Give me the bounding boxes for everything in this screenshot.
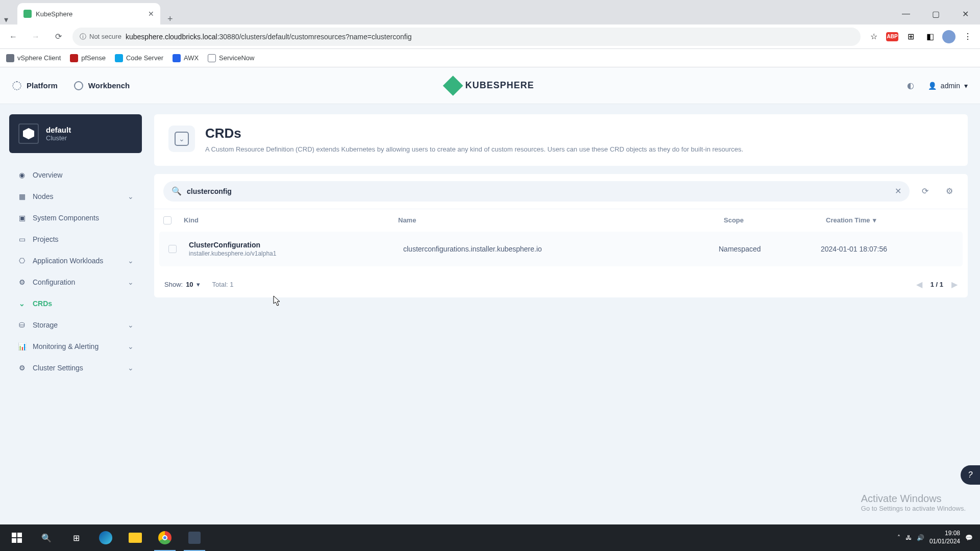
bookmark-label: pfSense	[81, 54, 106, 62]
table-footer: Show: 10 ▾ Total: 1 ◀ 1 / 1 ▶	[154, 271, 968, 297]
table-row[interactable]: ClusterConfigurationinstaller.kubesphere…	[159, 232, 963, 266]
bookmark-awx[interactable]: AWX	[173, 54, 199, 62]
forward-button[interactable]: →	[28, 29, 44, 45]
column-name[interactable]: Name	[398, 216, 724, 224]
select-all-checkbox[interactable]	[163, 216, 172, 224]
settings-button[interactable]: ⚙	[940, 182, 959, 201]
sidebar-item-nodes[interactable]: ▦Nodes⌄	[9, 186, 142, 207]
notifications-icon[interactable]: 💬	[965, 534, 973, 541]
cluster-selector[interactable]: default Cluster	[9, 114, 142, 153]
bookmark-pfsense[interactable]: pfSense	[70, 54, 106, 62]
table-header: Kind Name Scope Creation Time ▾	[154, 209, 968, 232]
search-box[interactable]: 🔍 ✕	[163, 181, 910, 202]
chevron-down-icon: ⌄	[128, 257, 134, 265]
nav-icon: ▦	[17, 192, 27, 201]
windows-watermark: Activate Windows Go to Settings to activ…	[861, 493, 966, 512]
user-name: admin	[941, 82, 960, 90]
announcement-icon[interactable]: ◐	[903, 79, 918, 93]
url-field[interactable]: ⓘ Not secure kubesphere.cloudbricks.loca…	[72, 28, 861, 46]
task-view-button[interactable]: ⊞	[61, 524, 91, 551]
nav-label: Monitoring & Alerting	[33, 342, 99, 350]
network-icon[interactable]: 🖧	[905, 534, 912, 541]
search-taskbar-button[interactable]: 🔍	[32, 524, 61, 551]
chevron-down-icon: ⌄	[128, 278, 134, 286]
explorer-taskbar-icon[interactable]	[120, 524, 150, 551]
help-fab-button[interactable]: ?	[961, 465, 980, 485]
crd-table-card: 🔍 ✕ ⟳ ⚙ Kind Name Scope Creation Time ▾ …	[154, 174, 968, 297]
kubesphere-logo[interactable]: KUBESPHERE	[446, 79, 534, 93]
pagination: ◀ 1 / 1 ▶	[916, 280, 958, 289]
system-tray: ˄ 🖧 🔊 19:08 01/01/2024 💬	[897, 530, 978, 545]
nav-icon: ⚙	[17, 363, 27, 372]
content-area: ⌄ CRDs A Custom Resource Definition (CRD…	[151, 104, 980, 524]
cluster-icon	[18, 123, 39, 144]
chrome-taskbar-icon[interactable]	[150, 524, 180, 551]
start-button[interactable]	[2, 524, 32, 551]
reload-button[interactable]: ⟳	[50, 29, 66, 45]
platform-button[interactable]: Platform	[12, 81, 58, 90]
nav-label: Storage	[33, 321, 58, 329]
sidebar-item-configuration[interactable]: ⚙Configuration⌄	[9, 271, 142, 293]
new-tab-button[interactable]: +	[160, 14, 180, 24]
user-menu[interactable]: 👤 admin ▾	[928, 82, 968, 90]
bookmark-codeserver[interactable]: Code Server	[115, 54, 163, 62]
security-indicator[interactable]: ⓘ Not secure	[80, 32, 121, 41]
sidebar-item-storage[interactable]: ⛁Storage⌄	[9, 314, 142, 336]
sidebar-item-projects[interactable]: ▭Projects	[9, 229, 142, 250]
page-indicator: 1 / 1	[930, 281, 943, 288]
logo-cube-icon	[443, 76, 463, 96]
sidebar-item-monitoring-alerting[interactable]: 📊Monitoring & Alerting⌄	[9, 336, 142, 357]
url-text: kubesphere.cloudbricks.local:30880/clust…	[126, 33, 412, 41]
sidebar-item-crds[interactable]: ⌄CRDs	[9, 293, 142, 314]
profile-icon[interactable]	[942, 30, 955, 43]
search-icon: 🔍	[172, 186, 182, 196]
extensions-icon[interactable]: ⊞	[903, 30, 918, 44]
nav-icon: 📊	[17, 342, 27, 351]
close-tab-icon[interactable]: ✕	[148, 10, 154, 18]
browser-tab[interactable]: KubeSphere ✕	[17, 3, 160, 24]
close-window-button[interactable]: ✕	[950, 3, 980, 24]
maximize-button[interactable]: ▢	[921, 3, 950, 24]
page-size-selector[interactable]: Show: 10 ▾	[164, 281, 200, 288]
nav-label: CRDs	[33, 299, 52, 308]
row-checkbox[interactable]	[168, 245, 177, 253]
back-button[interactable]: ←	[5, 29, 21, 45]
app-header: Platform Workbench KUBESPHERE ◐ 👤 admin …	[0, 67, 980, 104]
chevron-down-icon: ⌄	[128, 321, 134, 329]
bookmark-star-icon[interactable]: ☆	[867, 30, 881, 44]
prev-page-button[interactable]: ◀	[916, 280, 922, 289]
clear-search-icon[interactable]: ✕	[895, 186, 901, 196]
app-taskbar-icon[interactable]	[180, 524, 209, 551]
chrome-menu-icon[interactable]: ⋮	[961, 30, 975, 44]
volume-icon[interactable]: 🔊	[917, 534, 924, 541]
column-scope[interactable]: Scope	[724, 216, 826, 224]
show-value: 10	[186, 281, 193, 288]
svg-rect-1	[17, 533, 22, 537]
taskbar-clock[interactable]: 19:08 01/01/2024	[929, 530, 960, 545]
sidepanel-icon[interactable]: ◧	[923, 30, 937, 44]
adblock-extension-icon[interactable]: ABP	[886, 32, 898, 41]
column-creation-time[interactable]: Creation Time ▾	[826, 216, 959, 224]
row-kind-title: ClusterConfiguration	[189, 241, 403, 249]
workbench-button[interactable]: Workbench	[74, 81, 130, 90]
sidebar-item-system-components[interactable]: ▣System Components	[9, 207, 142, 229]
minimize-button[interactable]: —	[891, 3, 921, 24]
bookmark-vsphere[interactable]: vSphere Client	[6, 54, 61, 62]
crd-page-icon: ⌄	[168, 126, 195, 152]
sidebar-item-cluster-settings[interactable]: ⚙Cluster Settings⌄	[9, 357, 142, 379]
nav-icon: ▣	[17, 213, 27, 222]
user-avatar-icon: 👤	[928, 82, 937, 90]
search-input[interactable]	[187, 187, 890, 195]
column-kind[interactable]: Kind	[184, 216, 398, 224]
bookmark-servicenow[interactable]: ServiceNow	[208, 54, 254, 62]
next-page-button[interactable]: ▶	[951, 280, 958, 289]
sidebar-item-overview[interactable]: ◉Overview	[9, 164, 142, 186]
tray-chevron-icon[interactable]: ˄	[897, 534, 900, 541]
refresh-button[interactable]: ⟳	[916, 182, 934, 201]
sidebar-item-application-workloads[interactable]: ⎔Application Workloads⌄	[9, 250, 142, 271]
edge-taskbar-icon[interactable]	[91, 524, 120, 551]
not-secure-label: Not secure	[89, 33, 121, 40]
tab-search-dropdown[interactable]: ▾	[0, 15, 12, 24]
chevron-down-icon: ▾	[197, 281, 200, 288]
nav-icon: ⚙	[17, 278, 27, 287]
